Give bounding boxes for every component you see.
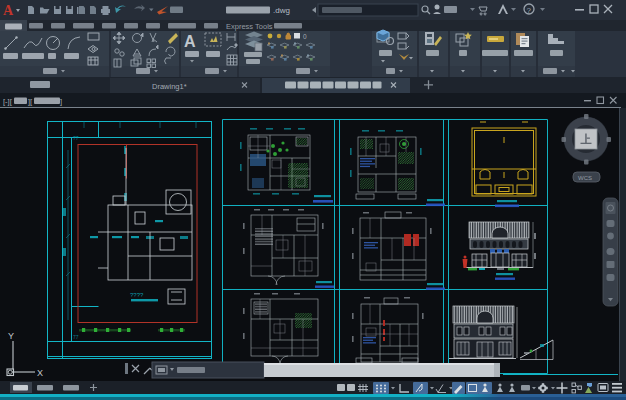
- svg-text:Y: Y: [8, 331, 14, 341]
- svg-text:????: ????: [130, 292, 144, 298]
- svg-text:?: ?: [527, 6, 532, 15]
- svg-text:.dwg: .dwg: [273, 6, 290, 15]
- svg-text:0: 0: [303, 33, 307, 40]
- svg-text:A: A: [3, 3, 14, 18]
- svg-text:77: 77: [73, 135, 79, 141]
- svg-text:]: ]: [60, 97, 62, 106]
- svg-text:A: A: [184, 33, 196, 50]
- svg-text:Express Tools: Express Tools: [226, 22, 273, 31]
- svg-text:WCS: WCS: [578, 175, 592, 181]
- svg-text:Drawing1*: Drawing1*: [152, 82, 187, 91]
- svg-text:[-][: [-][: [3, 97, 13, 106]
- svg-text:][: ][: [28, 97, 33, 106]
- svg-text:77: 77: [73, 334, 79, 340]
- svg-text:X: X: [37, 368, 43, 378]
